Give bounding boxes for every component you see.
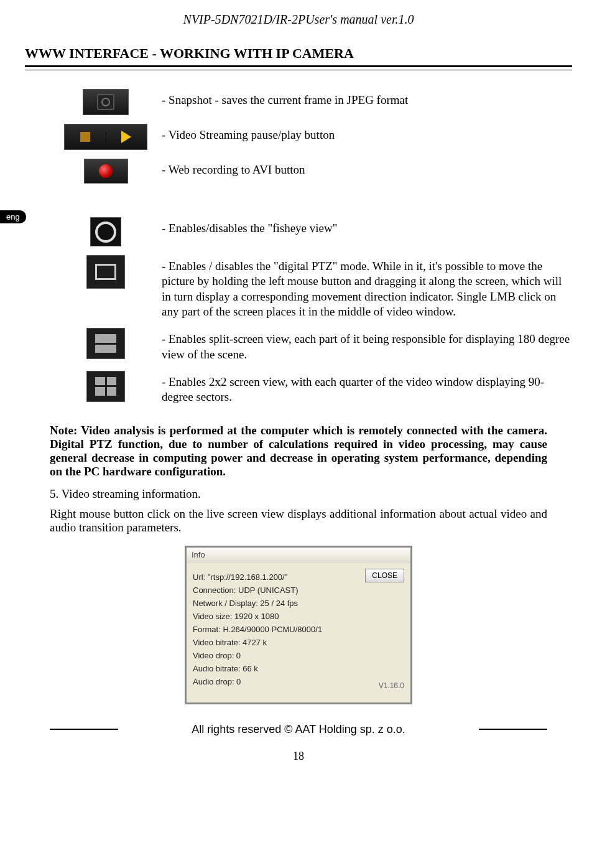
info-window: Info Url: "rtsp://192.168.1.200/" Connec… <box>185 546 412 704</box>
close-button[interactable]: CLOSE <box>365 569 404 582</box>
quad-desc: - Enables 2x2 screen view, with each qua… <box>162 371 572 405</box>
info-line: Url: "rtsp://192.168.1.200/" <box>193 572 359 582</box>
pauseplay-desc: - Video Streaming pause/play button <box>162 124 572 142</box>
info-line: Audio bitrate: 66 k <box>193 664 359 673</box>
row-pauseplay: - Video Streaming pause/play button <box>50 124 572 150</box>
page-number: 18 <box>25 750 572 763</box>
split-desc: - Enables split-screen view, each part o… <box>162 328 572 362</box>
version-label: V1.16.0 <box>379 681 404 690</box>
row-record: - Web recording to AVI button <box>50 159 572 184</box>
pause-play-icon <box>64 124 147 150</box>
footer-text: All rights reserved © AAT Holding sp. z … <box>118 723 479 736</box>
row-quad: - Enables 2x2 screen view, with each qua… <box>50 371 572 405</box>
split-icon <box>86 328 125 359</box>
ptz-desc: - Enables / disables the "digital PTZ" m… <box>162 255 572 319</box>
info-window-title: Info <box>187 548 410 562</box>
footer: All rights reserved © AAT Holding sp. z … <box>50 723 547 736</box>
snapshot-desc: - Snapshot - saves the current frame in … <box>162 89 572 108</box>
info-line: Video bitrate: 4727 k <box>193 638 359 647</box>
doc-header: NVIP-5DN7021D/IR-2PUser's manual ver.1.0 <box>25 12 572 27</box>
row-split: - Enables split-screen view, each part o… <box>50 328 572 362</box>
section-title: WWW INTERFACE - WORKING WITH IP CAMERA <box>25 45 572 62</box>
info-line: Format: H.264/90000 PCMU/8000/1 <box>193 625 359 634</box>
record-icon <box>84 159 128 184</box>
fisheye-icon <box>90 217 121 246</box>
icon-descriptions: - Snapshot - saves the current frame in … <box>50 89 572 405</box>
info-line: Connection: UDP (UNICAST) <box>193 586 359 595</box>
info-line: Video size: 1920 x 1080 <box>193 612 359 621</box>
language-tab: eng <box>0 210 26 223</box>
record-desc: - Web recording to AVI button <box>162 159 572 177</box>
info-line: Audio drop: 0 <box>193 677 359 686</box>
quad-icon <box>86 371 125 402</box>
context-paragraph: Right mouse button click on the live scr… <box>50 507 547 534</box>
step-5: 5. Video streaming information. <box>50 487 547 501</box>
row-snapshot: - Snapshot - saves the current frame in … <box>50 89 572 115</box>
info-lines: Url: "rtsp://192.168.1.200/" Connection:… <box>193 569 359 690</box>
fisheye-desc: - Enables/disables the "fisheye view" <box>162 217 572 236</box>
info-line: Video drop: 0 <box>193 651 359 660</box>
row-fisheye: - Enables/disables the "fisheye view" <box>50 217 572 246</box>
note-text: Note: Video analysis is performed at the… <box>50 424 547 478</box>
snapshot-icon <box>83 89 129 115</box>
rule-divider <box>25 65 572 70</box>
info-line: Network / Display: 25 / 24 fps <box>193 599 359 608</box>
row-ptz: - Enables / disables the "digital PTZ" m… <box>50 255 572 319</box>
ptz-icon <box>86 255 125 289</box>
